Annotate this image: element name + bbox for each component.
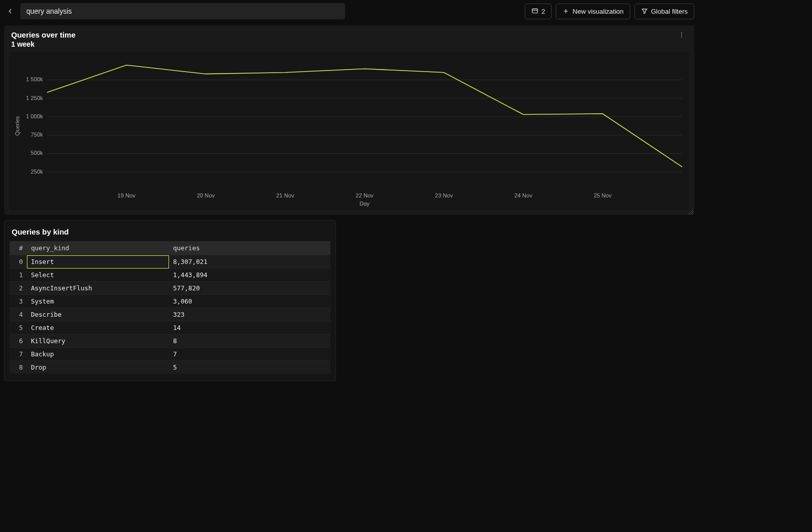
cell-queries[interactable]: 1,443,894 xyxy=(169,269,330,282)
cell-index: 4 xyxy=(10,308,27,321)
cell-queries[interactable]: 14 xyxy=(169,321,330,335)
svg-text:1 000k: 1 000k xyxy=(26,113,43,119)
svg-text:25 Nov: 25 Nov xyxy=(594,192,612,198)
more-vertical-icon xyxy=(678,31,685,39)
col-query-kind[interactable]: query_kind xyxy=(27,241,169,255)
dashboard-title-input[interactable] xyxy=(20,3,345,19)
table-row[interactable]: 6KillQuery8 xyxy=(10,335,330,348)
svg-text:500k: 500k xyxy=(31,150,44,156)
svg-text:1 250k: 1 250k xyxy=(26,95,43,101)
cell-queries[interactable]: 8,307,021 xyxy=(169,255,330,269)
filter-icon xyxy=(641,8,648,15)
svg-text:20 Nov: 20 Nov xyxy=(197,192,215,198)
global-filters-button[interactable]: Global filters xyxy=(634,4,694,19)
table-row[interactable]: 5Create14 xyxy=(10,321,330,335)
cell-index: 1 xyxy=(10,269,27,282)
cell-index: 0 xyxy=(10,255,27,269)
cell-query-kind[interactable]: Select xyxy=(27,269,169,282)
panel-menu-button[interactable] xyxy=(676,30,687,41)
svg-text:23 Nov: 23 Nov xyxy=(435,192,453,198)
cell-queries[interactable]: 3,060 xyxy=(169,295,330,308)
cell-query-kind[interactable]: AsyncInsertFlush xyxy=(27,282,169,295)
cell-index: 6 xyxy=(10,335,27,348)
panel-queries-over-time: ⠿ Queries over time 1 week 250k500k750k1… xyxy=(4,25,694,215)
panel-count-button[interactable]: 2 xyxy=(525,4,552,19)
cell-query-kind[interactable]: Describe xyxy=(27,308,169,321)
cell-queries[interactable]: 323 xyxy=(169,308,330,321)
svg-text:21 Nov: 21 Nov xyxy=(276,192,294,198)
svg-text:22 Nov: 22 Nov xyxy=(356,192,374,198)
cell-queries[interactable]: 577,820 xyxy=(169,282,330,295)
svg-text:Day: Day xyxy=(359,201,369,207)
plus-icon xyxy=(562,8,569,15)
new-visualization-button[interactable]: New visualization xyxy=(556,4,630,19)
cell-query-kind[interactable]: KillQuery xyxy=(27,335,169,348)
svg-text:Queries: Queries xyxy=(14,116,20,136)
panel-icon xyxy=(531,8,538,15)
svg-text:24 Nov: 24 Nov xyxy=(515,192,533,198)
svg-text:19 Nov: 19 Nov xyxy=(118,192,136,198)
table-row[interactable]: 1Select1,443,894 xyxy=(10,269,330,282)
svg-rect-0 xyxy=(532,9,538,13)
svg-text:1 500k: 1 500k xyxy=(26,76,43,82)
cell-query-kind[interactable]: Drop xyxy=(27,361,169,374)
table-row[interactable]: 3System3,060 xyxy=(10,295,330,308)
svg-point-2 xyxy=(681,35,682,36)
cell-queries[interactable]: 7 xyxy=(169,348,330,361)
panel-queries-by-kind: Queries by kind # query_kind queries 0In… xyxy=(4,220,336,381)
topbar: 2 New visualization Global filters xyxy=(0,0,698,22)
table-row[interactable]: 8Drop5 xyxy=(10,361,330,374)
svg-point-1 xyxy=(681,32,682,34)
table-row[interactable]: 2AsyncInsertFlush577,820 xyxy=(10,282,330,295)
resize-handle-icon[interactable] xyxy=(688,209,693,214)
cell-index: 2 xyxy=(10,282,27,295)
cell-index: 3 xyxy=(10,295,27,308)
table-row[interactable]: 0Insert8,307,021 xyxy=(10,255,330,269)
chart-container: 250k500k750k1 000k1 250k1 500k19 Nov20 N… xyxy=(9,52,689,211)
table-row[interactable]: 4Describe323 xyxy=(10,308,330,321)
line-chart[interactable]: 250k500k750k1 000k1 250k1 500k19 Nov20 N… xyxy=(11,56,687,209)
cell-query-kind[interactable]: System xyxy=(27,295,169,308)
panel-count-label: 2 xyxy=(542,8,545,15)
cell-queries[interactable]: 5 xyxy=(169,361,330,374)
cell-index: 8 xyxy=(10,361,27,374)
cell-query-kind[interactable]: Backup xyxy=(27,348,169,361)
query-kind-table: # query_kind queries 0Insert8,307,0211Se… xyxy=(10,241,330,374)
col-queries[interactable]: queries xyxy=(169,241,330,255)
content-area: ⠿ Queries over time 1 week 250k500k750k1… xyxy=(0,22,698,385)
cell-query-kind[interactable]: Insert xyxy=(27,255,169,269)
svg-text:250k: 250k xyxy=(31,169,44,175)
new-visualization-label: New visualization xyxy=(572,8,623,15)
svg-text:750k: 750k xyxy=(31,131,44,138)
panel-title: Queries by kind xyxy=(10,225,330,241)
cell-index: 7 xyxy=(10,348,27,361)
cell-query-kind[interactable]: Create xyxy=(27,321,169,335)
panel-title: Queries over time xyxy=(11,30,76,39)
table-row[interactable]: 7Backup7 xyxy=(10,348,330,361)
svg-point-3 xyxy=(681,37,682,38)
cell-queries[interactable]: 8 xyxy=(169,335,330,348)
table-header-row: # query_kind queries xyxy=(10,241,330,255)
back-button[interactable] xyxy=(4,5,16,17)
cell-index: 5 xyxy=(10,321,27,335)
panel-subtitle: 1 week xyxy=(11,40,76,48)
col-index[interactable]: # xyxy=(10,241,27,255)
global-filters-label: Global filters xyxy=(651,8,688,15)
